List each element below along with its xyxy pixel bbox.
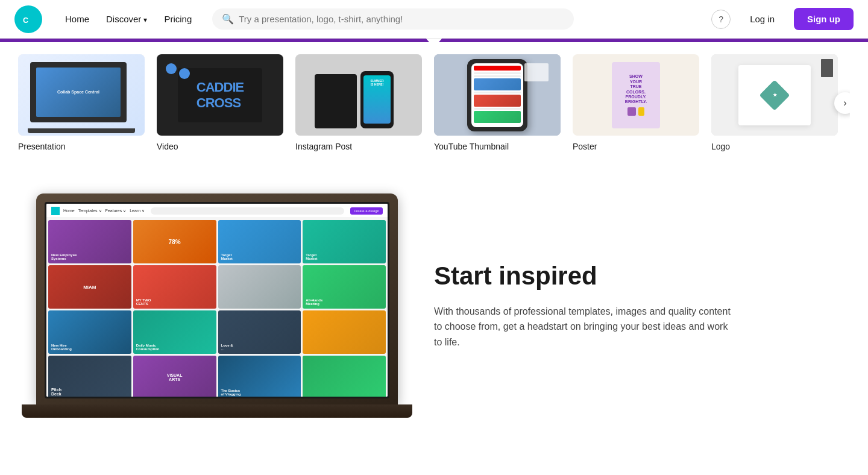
login-button[interactable]: Log in <box>738 9 787 29</box>
canva-logo[interactable]: C <box>14 5 42 33</box>
phone-icon: SUMMERIS HERE! <box>360 71 394 128</box>
template-cards-section: Collab Space Central Presentation CADDIE… <box>0 42 868 169</box>
nav-discover[interactable]: Discover <box>100 10 153 28</box>
video-card-text: CADDIECROSS <box>178 68 262 122</box>
laptop-cell-8: All-HandsMeeting <box>303 265 386 309</box>
laptop-cell-4: TargetMarket <box>303 220 386 263</box>
card-image-youtube <box>434 54 561 136</box>
signup-button[interactable]: Sign up <box>794 8 854 30</box>
card-label-logo: Logo <box>711 142 838 151</box>
card-label-poster: Poster <box>573 142 699 151</box>
card-logo[interactable]: ★ Logo <box>711 54 838 151</box>
main-content: Home Templates ∨ Features ∨ Learn ∨ Crea… <box>0 169 868 454</box>
video-dots-icon <box>166 63 177 74</box>
nav-links: Home Discover Pricing <box>59 10 198 28</box>
search-bar: 🔍 <box>212 8 574 30</box>
card-label-presentation: Presentation <box>18 142 145 151</box>
laptop-cell-9: New HireOnboarding <box>48 310 131 354</box>
cards-scroll-container: Collab Space Central Presentation CADDIE… <box>18 54 850 151</box>
laptop-cell-13: PitchDeck <box>48 356 131 397</box>
laptop-cell-5: MIAM <box>48 265 131 309</box>
card-presentation[interactable]: Collab Space Central Presentation <box>18 54 145 151</box>
svg-text:C: C <box>23 16 28 24</box>
laptop-cell-15: The Basicsof Vlogging <box>218 356 301 397</box>
nav-home[interactable]: Home <box>59 10 95 28</box>
card-label-instagram: Instagram Post <box>295 142 422 151</box>
discover-chevron-icon <box>143 14 147 24</box>
start-inspired-heading: Start inspired <box>434 261 832 291</box>
card-label-video: Video <box>157 142 283 151</box>
text-section: Start inspired With thousands of profess… <box>434 261 832 350</box>
laptop-cell-7 <box>218 265 301 309</box>
search-input[interactable] <box>239 14 564 24</box>
card-video[interactable]: CADDIECROSS Video <box>157 54 283 151</box>
nav-pricing[interactable]: Pricing <box>158 10 198 28</box>
laptop-cell-6: MY TWOCENTS <box>133 265 216 309</box>
card-image-logo: ★ <box>711 54 838 136</box>
purple-banner <box>0 39 868 42</box>
card-label-youtube: YouTube Thumbnail <box>434 142 561 151</box>
help-button[interactable]: ? <box>711 10 731 29</box>
laptop-create-button: Create a design <box>350 207 383 215</box>
card-image-poster: SHOWYOURTRUECOLORS.PROUDLY.BRIGHTLY. <box>573 54 699 136</box>
search-icon: 🔍 <box>222 13 234 25</box>
navbar: C Home Discover Pricing 🔍 ? Log in Sign … <box>0 0 868 39</box>
laptop-cell-11: Love &… <box>218 310 301 354</box>
laptop-cell-2: 78% <box>133 220 216 263</box>
laptop-illustration: Home Templates ∨ Features ∨ Learn ∨ Crea… <box>36 193 398 418</box>
card-poster[interactable]: SHOWYOURTRUECOLORS.PROUDLY.BRIGHTLY. Pos… <box>573 54 699 151</box>
laptop-cell-12 <box>303 310 386 354</box>
card-instagram[interactable]: SUMMERIS HERE! Instagram Post <box>295 54 422 151</box>
start-inspired-description: With thousands of professional templates… <box>434 304 735 350</box>
laptop-cell-14: VISUALARTS <box>133 356 216 397</box>
nav-right: ? Log in Sign up <box>711 8 854 30</box>
banner-arrow-icon <box>426 38 442 48</box>
notebook-icon <box>315 74 357 128</box>
laptop-cell-16 <box>303 356 386 397</box>
card-image-video: CADDIECROSS <box>157 54 283 136</box>
card-youtube[interactable]: YouTube Thumbnail <box>434 54 561 151</box>
laptop-base <box>22 404 412 418</box>
laptop-cell-1: New EmployeeSystems <box>48 220 131 263</box>
phone-screen: SUMMERIS HERE! <box>363 75 391 124</box>
laptop-cell-10: Daily MusicConsumption <box>133 310 216 354</box>
card-image-presentation: Collab Space Central <box>18 54 145 136</box>
poster-inner: SHOWYOURTRUECOLORS.PROUDLY.BRIGHTLY. <box>612 62 660 128</box>
card-image-instagram: SUMMERIS HERE! <box>295 54 422 136</box>
laptop-cell-3: TargetMarket <box>218 220 301 263</box>
